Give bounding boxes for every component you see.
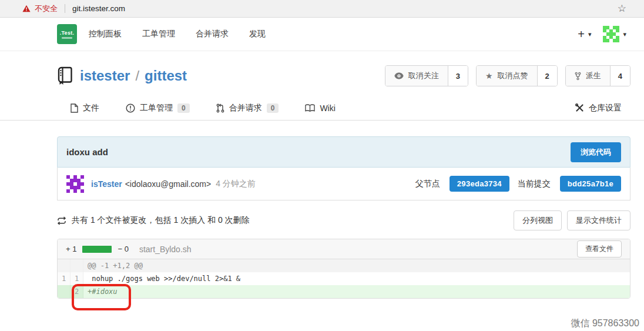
repo-book-icon: [57, 66, 73, 85]
commit-author-link[interactable]: isTester: [91, 179, 122, 189]
view-file-button[interactable]: 查看文件: [577, 240, 622, 258]
compare-icon: [57, 216, 66, 225]
fork-button-group: 派生 4: [565, 65, 630, 86]
plus-dropdown-caret-icon[interactable]: ▾: [588, 31, 592, 38]
tab-wiki-label: Wiki: [320, 103, 335, 113]
diff-table: @@ -1 +1,2 @@ 1 1 nohup ./gogs web >>/de…: [58, 259, 630, 298]
hunk-old-gutter: [58, 259, 71, 272]
repo-separator: /: [135, 68, 139, 84]
user-avatar-identicon: [603, 26, 619, 42]
repo-name-link[interactable]: gittest: [145, 68, 187, 84]
unwatch-button-group: 取消关注 3: [385, 65, 468, 86]
fork-count[interactable]: 4: [610, 66, 630, 86]
diff-summary-row: 共有 1 个文件被更改，包括 1 次插入 和 0 次删除 分列视图 显示文件统计: [57, 211, 630, 230]
repo-title-row: istester / gittest 取消关注: [57, 63, 630, 89]
split-view-button[interactable]: 分列视图: [514, 210, 562, 230]
line-old-number: 1: [58, 272, 71, 285]
commit-author-avatar[interactable]: [66, 175, 84, 193]
site-logo-subbar: [62, 37, 72, 39]
show-file-stats-button[interactable]: 显示文件统计: [567, 210, 630, 230]
top-navbar: .Test. 控制面板 工单管理 合并请求 发现 + ▾: [0, 18, 644, 51]
line-code: +#idoxu: [83, 285, 630, 298]
line-old-number: [58, 285, 71, 298]
commit-author-identicon: [66, 175, 84, 193]
security-warning-label[interactable]: 不安全: [35, 4, 58, 14]
file-diff-header: + 1 − 0 start_Byldo.sh 查看文件: [58, 239, 630, 259]
diff-hunk-row: @@ -1 +1,2 @@: [58, 259, 630, 272]
file-icon: [71, 103, 78, 113]
nav-item-dashboard[interactable]: 控制面板: [89, 29, 122, 39]
tab-issues[interactable]: 工单管理 0: [126, 103, 190, 113]
file-diff-box: + 1 − 0 start_Byldo.sh 查看文件 @@ -1 +1,2 @…: [57, 239, 630, 299]
current-commit-sha-badge[interactable]: bdd25a7b1e: [560, 176, 621, 192]
diff-view-buttons: 分列视图 显示文件统计: [514, 210, 630, 230]
address-bar-divider: [65, 4, 65, 13]
wechat-watermark: 微信 957863300: [571, 317, 639, 330]
line-new-number: 2: [71, 285, 83, 298]
current-commit-label: 当前提交: [518, 179, 551, 189]
unwatch-button[interactable]: 取消关注: [385, 66, 448, 86]
pull-request-icon: [216, 103, 224, 113]
parent-commit-sha-badge[interactable]: 293eda3734: [450, 176, 509, 192]
unstar-button[interactable]: ★ 取消点赞: [477, 66, 537, 86]
repo-settings-label: 仓库设置: [589, 103, 622, 113]
nav-item-issues[interactable]: 工单管理: [142, 29, 175, 39]
line-code: nohup ./gogs web >>/dev/null 2>&1 &: [83, 272, 630, 285]
deletions-count: − 0: [118, 245, 128, 253]
tab-issues-label: 工单管理: [140, 103, 173, 113]
diff-line-added: 2 +#idoxu: [58, 285, 630, 298]
warning-triangle-icon: [22, 5, 31, 12]
tab-files[interactable]: 文件: [71, 103, 99, 113]
user-dropdown-caret-icon[interactable]: ▾: [623, 31, 626, 38]
commit-time: 4 分钟之前: [216, 179, 256, 189]
fork-button[interactable]: 派生: [566, 66, 610, 86]
page: 不安全 git.istester.com ☆ .Test. 控制面板 工单管理 …: [0, 0, 644, 331]
site-logo-text: .Test.: [60, 30, 75, 36]
fork-icon: [575, 72, 581, 81]
tab-pull-requests-label: 合并请求: [229, 103, 262, 113]
hunk-new-gutter: [71, 259, 83, 272]
repo-breadcrumb: istester / gittest: [80, 68, 187, 84]
commit-refs: 父节点 293eda3734 当前提交 bdd25a7b1e: [415, 176, 621, 192]
tab-pull-requests[interactable]: 合并请求 0: [216, 103, 279, 113]
diff-filename: start_Byldo.sh: [139, 245, 192, 254]
diff-summary-text: 共有 1 个文件被更改，包括 1 次插入 和 0 次删除: [72, 215, 250, 226]
unstar-button-group: ★ 取消点赞 2: [476, 65, 558, 86]
repo-owner-link[interactable]: istester: [80, 68, 130, 84]
url-text[interactable]: git.istester.com: [72, 4, 125, 13]
nav-menu: 控制面板 工单管理 合并请求 发现: [89, 29, 266, 39]
additions-count: + 1: [66, 245, 76, 253]
fork-label: 派生: [586, 71, 601, 81]
unwatch-label: 取消关注: [408, 71, 439, 81]
commit-author-email: <idolaoxu@gmail.com>: [125, 179, 212, 189]
wiki-icon: [305, 104, 315, 112]
star-icon: ★: [485, 72, 493, 80]
browser-address-bar[interactable]: 不安全 git.istester.com ☆: [0, 0, 644, 18]
hunk-header-text: @@ -1 +1,2 @@: [83, 259, 630, 272]
new-repo-plus-button[interactable]: +: [578, 28, 585, 41]
parent-commit-label: 父节点: [415, 179, 440, 189]
commit-meta-row: isTester <idolaoxu@gmail.com> 4 分钟之前 父节点…: [57, 168, 630, 200]
diff-additions-bar: [82, 246, 112, 253]
commit-box: idoxu add 浏览代码 i: [57, 136, 630, 200]
tab-wiki[interactable]: Wiki: [305, 103, 335, 113]
line-new-number: 1: [71, 272, 83, 285]
repo-tabs: 文件 工单管理 0: [0, 96, 644, 121]
repo-header-section: istester / gittest 取消关注: [0, 51, 644, 89]
star-count[interactable]: 2: [537, 66, 557, 86]
commit-message-header: idoxu add 浏览代码: [57, 136, 630, 168]
bookmark-star-icon[interactable]: ☆: [618, 4, 626, 14]
issue-icon: [126, 103, 135, 113]
browse-code-button[interactable]: 浏览代码: [571, 142, 621, 162]
user-avatar[interactable]: [603, 26, 619, 42]
site-logo[interactable]: .Test.: [57, 24, 77, 44]
commit-page-content: idoxu add 浏览代码 i: [57, 136, 630, 299]
unstar-label: 取消点赞: [498, 71, 528, 81]
diff-line-context: 1 1 nohup ./gogs web >>/dev/null 2>&1 &: [58, 272, 630, 285]
commit-message: idoxu add: [66, 147, 108, 157]
nav-item-pull-requests[interactable]: 合并请求: [196, 29, 229, 39]
tab-repo-settings[interactable]: 仓库设置: [575, 103, 622, 113]
nav-item-explore[interactable]: 发现: [249, 29, 266, 39]
tab-files-label: 文件: [83, 103, 99, 113]
watch-count[interactable]: 3: [448, 66, 468, 86]
